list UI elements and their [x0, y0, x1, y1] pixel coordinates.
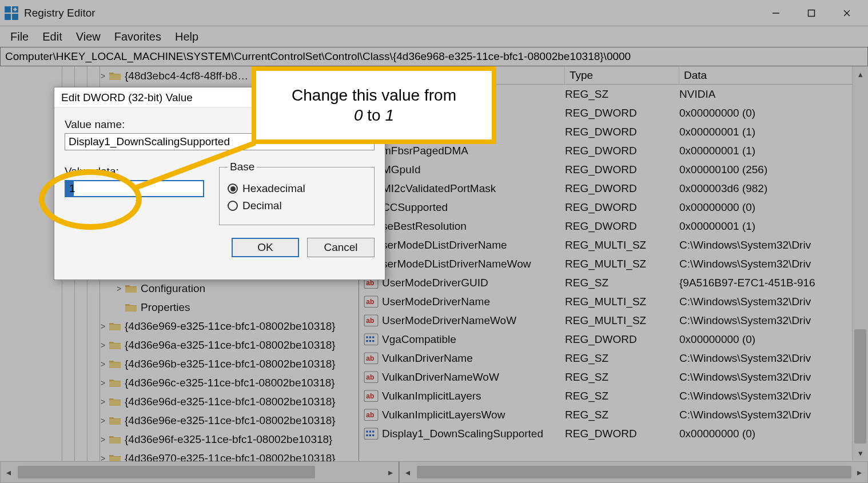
value-type: REG_SZ	[565, 88, 679, 101]
value-name: UserModeDriverNameWoW	[382, 314, 565, 327]
scrollbar-thumb[interactable]	[18, 466, 315, 478]
callout-line1: Change this value from	[292, 85, 456, 105]
registry-value-row[interactable]: VgaCompatibleREG_DWORD0x00000000 (0)	[359, 330, 868, 349]
tree-item-label: {4d36e96e-e325-11ce-bfc1-08002be10318}	[125, 414, 336, 427]
value-type: REG_DWORD	[565, 428, 679, 440]
scroll-left-icon[interactable]: ◂	[400, 462, 416, 482]
tree-item[interactable]: >{48d3ebc4-4cf8-48ff-b8…	[0, 66, 248, 85]
registry-value-row[interactable]: CCSupportedREG_DWORD0x00000000 (0)	[359, 198, 868, 217]
svg-rect-2	[5, 14, 11, 20]
registry-value-row[interactable]: Display1_DownScalingSupportedREG_DWORD0x…	[359, 424, 868, 443]
scroll-right-icon[interactable]: ▸	[851, 462, 867, 482]
value-data: C:\Windows\System32\Driv	[679, 239, 868, 252]
title-bar: Registry Editor	[0, 0, 868, 26]
registry-value-row[interactable]: UserModeDriverNameWoWREG_MULTI_SZC:\Wind…	[359, 311, 868, 330]
chevron-right-icon[interactable]: >	[97, 341, 109, 350]
chevron-right-icon[interactable]: >	[97, 416, 109, 425]
tree-item[interactable]: >{4d36e96b-e325-11ce-bfc1-08002be10318}	[0, 354, 336, 373]
menu-favorites[interactable]: Favorites	[107, 28, 168, 46]
column-header-type[interactable]: Type	[565, 67, 679, 84]
callout-line2: 0 to 1	[354, 105, 394, 125]
registry-value-row[interactable]: VulkanImplicitLayersREG_SZC:\Windows\Sys…	[359, 386, 868, 405]
value-data-input[interactable]	[65, 180, 204, 197]
radio-decimal[interactable]: Decimal	[228, 199, 366, 212]
value-data: 0x00000000 (0)	[679, 201, 868, 214]
chevron-right-icon[interactable]: >	[97, 397, 109, 406]
tree-item-label: {4d36e970-e325-11ce-bfc1-08002be10318}	[125, 452, 336, 462]
tree-horizontal-scrollbar[interactable]: ◂ ▸	[0, 461, 399, 483]
column-header-data[interactable]: Data	[679, 67, 868, 84]
reg-string-icon	[364, 296, 379, 308]
value-type: REG_DWORD	[565, 182, 679, 195]
menu-file[interactable]: File	[3, 28, 35, 46]
window-maximize-button[interactable]	[794, 2, 829, 25]
tree-item[interactable]: >{4d36e96e-e325-11ce-bfc1-08002be10318}	[0, 411, 336, 430]
registry-value-row[interactable]: serModeDListDriverNameREG_MULTI_SZC:\Win…	[359, 235, 868, 254]
registry-value-row[interactable]: UserModeDriverGUIDREG_SZ{9A516B97-E7C1-4…	[359, 273, 868, 292]
tree-item-label: Properties	[141, 301, 190, 314]
chevron-right-icon[interactable]: >	[113, 284, 125, 293]
tree-item[interactable]: >{4d36e969-e325-11ce-bfc1-08002be10318}	[0, 317, 336, 336]
value-type: REG_DWORD	[565, 201, 679, 214]
value-name: MGpuId	[382, 163, 565, 176]
folder-icon	[109, 71, 121, 81]
base-legend: Base	[228, 161, 257, 173]
chevron-right-icon[interactable]: >	[97, 322, 109, 331]
scroll-down-icon[interactable]: ▾	[853, 445, 868, 461]
registry-value-row[interactable]: UserModeDriverNameREG_MULTI_SZC:\Windows…	[359, 292, 868, 311]
value-name: MI2cValidatedPortMask	[382, 182, 565, 195]
value-data: C:\Windows\System32\Driv	[679, 371, 868, 384]
value-name: VulkanImplicitLayersWow	[382, 409, 565, 421]
cancel-button[interactable]: Cancel	[307, 238, 375, 257]
registry-value-row[interactable]: seBestResolutionREG_DWORD0x00000001 (1)	[359, 217, 868, 235]
tree-item[interactable]: Properties	[0, 298, 190, 317]
folder-icon	[125, 302, 137, 313]
tree-item-label: {4d36e96c-e325-11ce-bfc1-08002be10318}	[125, 377, 335, 389]
menu-view[interactable]: View	[69, 28, 107, 46]
scrollbar-thumb[interactable]	[854, 329, 866, 444]
value-name: serModeDListDriverNameWow	[382, 258, 565, 270]
address-bar[interactable]: Computer\HKEY_LOCAL_MACHINE\SYSTEM\Curre…	[0, 47, 868, 66]
value-type: REG_DWORD	[565, 126, 679, 138]
registry-value-row[interactable]: VulkanImplicitLayersWowREG_SZC:\Windows\…	[359, 405, 868, 424]
tree-item[interactable]: >Configuration	[0, 279, 205, 298]
value-name: VulkanDriverNameWoW	[382, 371, 565, 384]
regedit-app-icon	[3, 5, 19, 21]
chevron-right-icon[interactable]: >	[97, 454, 109, 462]
scrollbar-thumb[interactable]	[417, 466, 851, 478]
registry-value-row[interactable]: VulkanDriverNameREG_SZC:\Windows\System3…	[359, 349, 868, 368]
tree-item[interactable]: >{4d36e96f-e325-11ce-bfc1-08002be10318}	[0, 430, 332, 449]
value-data: C:\Windows\System32\Driv	[679, 314, 868, 327]
value-data: C:\Windows\System32\Driv	[679, 296, 868, 308]
values-vertical-scrollbar[interactable]: ▴ ▾	[852, 66, 868, 461]
value-name: VgaCompatible	[382, 333, 565, 346]
tree-item[interactable]: >{4d36e96a-e325-11ce-bfc1-08002be10318}	[0, 336, 336, 354]
svg-rect-5	[13, 9, 17, 10]
chevron-right-icon[interactable]: >	[97, 435, 109, 444]
tree-item[interactable]: >{4d36e96d-e325-11ce-bfc1-08002be10318}	[0, 392, 336, 411]
tree-item[interactable]: >{4d36e96c-e325-11ce-bfc1-08002be10318}	[0, 373, 335, 392]
chevron-right-icon[interactable]: >	[97, 360, 109, 369]
scroll-right-icon[interactable]: ▸	[383, 462, 399, 482]
ok-button[interactable]: OK	[232, 238, 299, 257]
folder-icon	[109, 416, 121, 426]
reg-string-icon	[364, 372, 379, 383]
values-horizontal-scrollbar[interactable]: ◂ ▸	[399, 461, 868, 483]
radio-hexadecimal[interactable]: Hexadecimal	[228, 182, 366, 195]
scroll-up-icon[interactable]: ▴	[853, 66, 868, 82]
chevron-right-icon[interactable]: >	[97, 378, 109, 388]
window-close-button[interactable]	[829, 2, 865, 25]
chevron-right-icon[interactable]: >	[97, 71, 109, 81]
registry-value-row[interactable]: MGpuIdREG_DWORD0x00000100 (256)	[359, 160, 868, 179]
registry-value-row[interactable]: serModeDListDriverNameWowREG_MULTI_SZC:\…	[359, 254, 868, 273]
registry-value-row[interactable]: MI2cValidatedPortMaskREG_DWORD0x000003d6…	[359, 179, 868, 198]
window-minimize-button[interactable]	[758, 2, 794, 25]
annotation-callout: Change this value from 0 to 1	[252, 66, 496, 144]
menu-help[interactable]: Help	[168, 28, 205, 46]
scroll-left-icon[interactable]: ◂	[1, 462, 17, 482]
menu-edit[interactable]: Edit	[35, 28, 69, 46]
radio-dot-icon	[228, 201, 238, 211]
value-type: REG_MULTI_SZ	[565, 314, 679, 327]
tree-item[interactable]: >{4d36e970-e325-11ce-bfc1-08002be10318}	[0, 449, 336, 461]
registry-value-row[interactable]: VulkanDriverNameWoWREG_SZC:\Windows\Syst…	[359, 368, 868, 386]
